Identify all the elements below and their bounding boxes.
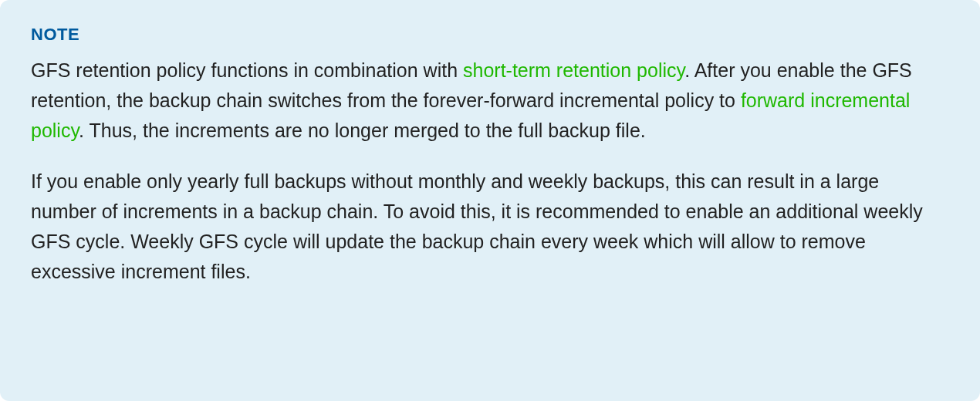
link-short-term-retention-policy[interactable]: short-term retention policy — [463, 59, 684, 81]
note-paragraph-1: GFS retention policy functions in combin… — [31, 56, 949, 145]
note-text-segment: GFS retention policy functions in combin… — [31, 59, 463, 81]
note-heading: NOTE — [31, 25, 949, 45]
note-text-segment: . Thus, the increments are no longer mer… — [79, 120, 646, 141]
note-callout: NOTE GFS retention policy functions in c… — [0, 0, 980, 401]
note-paragraph-2: If you enable only yearly full backups w… — [31, 167, 949, 286]
